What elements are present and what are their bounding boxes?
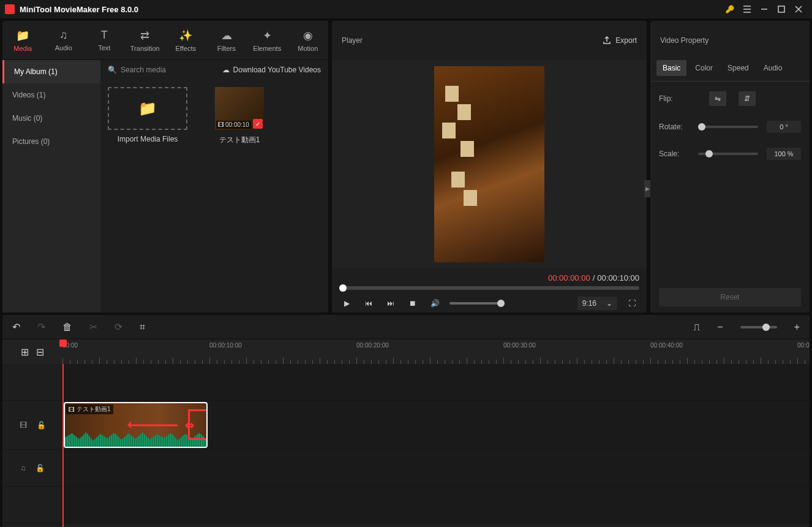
remove-track-icon[interactable]: ⊟	[36, 346, 44, 358]
added-check-icon: ✓	[253, 119, 263, 129]
music-track-icon: ♫	[20, 464, 26, 472]
volume-slider[interactable]	[449, 302, 505, 305]
next-frame-button[interactable]: ⏭	[383, 296, 398, 311]
prop-tab-color[interactable]: Color	[689, 60, 719, 76]
transition-icon: ⇄	[140, 29, 149, 42]
trim-handle-annotation	[188, 409, 208, 440]
zoom-slider[interactable]	[740, 326, 777, 328]
sidebar-item[interactable]: Music (0)	[2, 107, 100, 130]
film-icon: 🎞	[69, 406, 75, 413]
media-panel: 📁Media♫AudioTText⇄Transition✨Effects☁Fil…	[2, 21, 328, 313]
media-tabs: 📁Media♫AudioTText⇄Transition✨Effects☁Fil…	[2, 21, 328, 60]
zoom-in-button[interactable]: +	[794, 322, 800, 333]
undo-button[interactable]: ↶	[12, 321, 20, 333]
split-button[interactable]: ✂	[89, 321, 97, 333]
lock-icon[interactable]: 🔓	[37, 421, 46, 430]
player-viewport[interactable]	[332, 60, 647, 268]
prev-frame-button[interactable]: ⏮	[361, 296, 376, 311]
motion-icon: ◉	[303, 29, 313, 42]
close-button[interactable]	[790, 1, 807, 18]
import-media-button[interactable]: 📁 Import Media Files	[108, 87, 187, 143]
prop-tab-speed[interactable]: Speed	[721, 60, 755, 76]
trim-arrow-annotation	[129, 424, 178, 426]
search-icon: 🔍	[108, 66, 117, 74]
sidebar-item[interactable]: Pictures (0)	[2, 130, 100, 153]
nav-tab-effects[interactable]: ✨Effects	[165, 21, 206, 59]
nav-tab-motion[interactable]: ◉Motion	[288, 21, 329, 59]
nav-tab-filters[interactable]: ☁Filters	[206, 21, 247, 59]
current-time: 00:00:00:00	[548, 273, 590, 282]
play-button[interactable]: ▶	[339, 296, 354, 311]
rotate-slider[interactable]	[698, 126, 758, 128]
overlay-track	[2, 364, 810, 401]
total-time: 00:00:10:00	[597, 273, 639, 282]
audio-waveform	[65, 431, 206, 447]
nav-tab-elements[interactable]: ✦Elements	[247, 21, 288, 59]
title-bar: MiniTool MovieMaker Free 8.0.0	[0, 0, 812, 18]
prop-tab-basic[interactable]: Basic	[656, 60, 686, 76]
zoom-out-button[interactable]: −	[717, 322, 723, 333]
speed-button[interactable]: ⟳	[115, 321, 122, 333]
menu-icon[interactable]	[739, 1, 756, 18]
export-button[interactable]: Export	[602, 36, 637, 45]
delete-button[interactable]: 🗑	[62, 322, 72, 333]
svg-rect-0	[778, 6, 784, 12]
flip-vertical-button[interactable]: ⇵	[739, 91, 756, 106]
scale-value[interactable]: 100 %	[767, 148, 801, 160]
property-tabs: BasicColorSpeedAudio	[650, 60, 810, 82]
fullscreen-button[interactable]: ⛶	[625, 296, 639, 311]
upgrade-key-icon[interactable]	[721, 1, 739, 18]
media-clip-item[interactable]: 🎞00:00:10 ✓ テスト動画1	[200, 87, 279, 145]
maximize-button[interactable]	[773, 1, 790, 18]
nav-tab-text[interactable]: TText	[84, 21, 125, 59]
sidebar-item[interactable]: My Album (1)	[2, 60, 100, 83]
folder-icon: 📁	[138, 100, 157, 117]
search-media-input[interactable]: 🔍 Search media	[108, 66, 215, 74]
snap-icon[interactable]: ⎍	[694, 322, 700, 333]
player-title: Player	[342, 36, 602, 45]
lock-icon[interactable]: 🔓	[36, 464, 45, 472]
volume-icon[interactable]: 🔊	[427, 296, 442, 311]
rotate-value[interactable]: 0 °	[767, 121, 801, 133]
seek-bar[interactable]	[339, 286, 639, 290]
nav-tab-transition[interactable]: ⇄Transition	[125, 21, 166, 59]
panel-collapse-button[interactable]: ▶	[644, 180, 650, 197]
flip-horizontal-button[interactable]: ⇋	[709, 91, 726, 106]
add-track-icon[interactable]: ⊞	[21, 346, 29, 358]
playhead[interactable]	[62, 364, 64, 527]
scale-slider[interactable]	[698, 153, 758, 155]
timeline-panel: ↶ ↷ 🗑 ✂ ⟳ ⌗ ⎍ − + ⊞ ⊟ 00:0000:00:10:0000…	[2, 315, 810, 527]
properties-panel: ▶ Video Property BasicColorSpeedAudio Fl…	[650, 21, 810, 313]
audio-track: ♫ 🔓	[2, 450, 810, 487]
aspect-ratio-select[interactable]: 9:16 ⌄	[577, 297, 617, 310]
audio-icon: ♫	[59, 29, 68, 42]
timeline-clip[interactable]: 🎞テスト動画1	[64, 402, 208, 448]
film-icon: 🎞	[218, 121, 224, 128]
media-icon: 📁	[16, 29, 29, 42]
video-track-icon: 🎞	[20, 421, 27, 430]
app-title: MiniTool MovieMaker Free 8.0.0	[20, 5, 721, 14]
cloud-download-icon: ☁	[222, 66, 230, 74]
video-preview	[434, 66, 544, 262]
timeline-ruler[interactable]: 00:0000:00:10:0000:00:20:0000:00:30:0000…	[62, 339, 810, 364]
app-logo-icon	[5, 4, 15, 14]
redo-button[interactable]: ↷	[37, 321, 45, 333]
video-track: 🎞 🔓 🎞テスト動画1	[2, 401, 810, 450]
extra-track	[2, 487, 810, 523]
chevron-down-icon: ⌄	[606, 299, 612, 308]
text-icon: T	[101, 29, 108, 42]
crop-button[interactable]: ⌗	[140, 322, 145, 333]
stop-button[interactable]: ⏹	[405, 296, 420, 311]
nav-tab-media[interactable]: 📁Media	[2, 21, 43, 59]
player-panel: Player Export 00:00:00:00 / 00:00:10:00 …	[332, 21, 647, 313]
minimize-button[interactable]	[756, 1, 773, 18]
effects-icon: ✨	[179, 29, 192, 42]
album-sidebar: My Album (1)Videos (1)Music (0)Pictures …	[2, 60, 100, 313]
sidebar-item[interactable]: Videos (1)	[2, 83, 100, 107]
nav-tab-audio[interactable]: ♫Audio	[43, 21, 85, 59]
download-youtube-link[interactable]: ☁ Download YouTube Videos	[222, 66, 321, 74]
elements-icon: ✦	[263, 29, 272, 42]
properties-title: Video Property	[650, 21, 810, 60]
reset-button[interactable]: Reset	[659, 288, 801, 306]
prop-tab-audio[interactable]: Audio	[757, 60, 789, 76]
